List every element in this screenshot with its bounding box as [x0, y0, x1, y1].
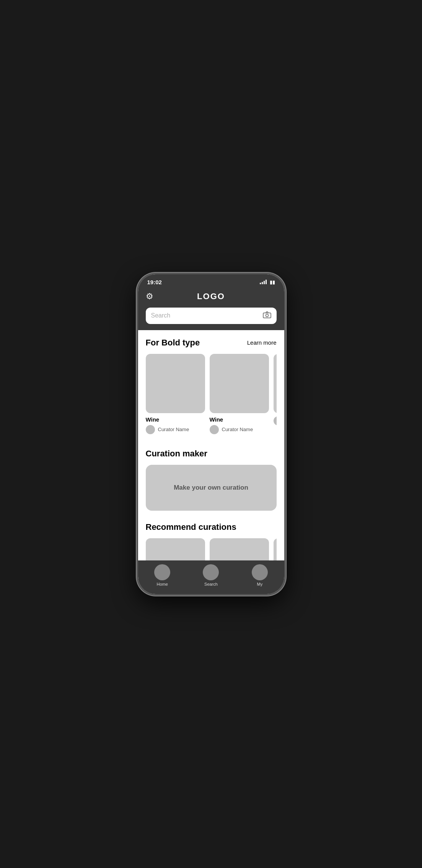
recommend-card-1[interactable] [146, 538, 205, 560]
curator-name-2: Curator Name [222, 427, 253, 432]
card-title-1: Wine [146, 416, 205, 423]
svg-rect-0 [263, 313, 271, 318]
status-time: 19:02 [147, 279, 162, 285]
status-bar: 19:02 ▮▮ [138, 274, 284, 288]
curator-avatar-3 [274, 416, 277, 425]
nav-item-search[interactable]: Search [203, 564, 219, 586]
for-bold-type-section: For Bold type Learn more Wine Curator Na… [138, 330, 284, 441]
nav-item-home[interactable]: Home [154, 564, 170, 586]
curation-maker-card[interactable]: Make your own curation [146, 465, 277, 511]
search-container: Search [138, 308, 284, 330]
gear-icon[interactable]: ⚙ [146, 292, 153, 301]
signal-bars-icon [260, 280, 267, 284]
recommend-card-2[interactable] [210, 538, 269, 560]
search-nav-icon [203, 564, 219, 580]
card-curator-2: Curator Name [210, 425, 269, 434]
recommend-card-3[interactable] [274, 538, 277, 560]
bottom-nav: Home Search My [138, 560, 284, 594]
search-bar[interactable]: Search [146, 308, 277, 324]
search-nav-label: Search [204, 582, 218, 586]
home-nav-label: Home [156, 582, 168, 586]
bold-type-card-2[interactable]: Wine Curator Name [210, 354, 269, 434]
for-bold-type-title: For Bold type [146, 338, 200, 348]
card-image-3 [274, 354, 277, 413]
bold-type-cards-scroll: Wine Curator Name Wine Curator Name [146, 354, 277, 437]
status-icons: ▮▮ [260, 279, 275, 285]
curator-name-1: Curator Name [158, 427, 189, 432]
curation-maker-section: Curation maker Make your own curation [138, 441, 284, 515]
header: ⚙ LOGO [138, 288, 284, 308]
section-header-bold: For Bold type Learn more [146, 338, 277, 348]
recommend-curations-section: Recommend curations [138, 515, 284, 560]
curator-avatar-1 [146, 425, 155, 434]
learn-more-link[interactable]: Learn more [247, 339, 277, 346]
main-content: For Bold type Learn more Wine Curator Na… [138, 330, 284, 560]
card-curator-3 [274, 416, 277, 425]
bold-type-card-3[interactable] [274, 354, 277, 434]
search-input[interactable]: Search [151, 312, 260, 319]
camera-icon[interactable] [263, 311, 271, 320]
app-logo: LOGO [197, 292, 225, 301]
phone-frame: 19:02 ▮▮ ⚙ LOGO Search [137, 273, 286, 596]
home-nav-icon [154, 564, 170, 580]
card-image-2 [210, 354, 269, 413]
svg-point-1 [266, 314, 268, 317]
card-image-1 [146, 354, 205, 413]
phone-inner: 19:02 ▮▮ ⚙ LOGO Search [138, 274, 284, 594]
battery-icon: ▮▮ [270, 279, 275, 285]
card-curator-1: Curator Name [146, 425, 205, 434]
nav-item-my[interactable]: My [252, 564, 268, 586]
curation-maker-cta: Make your own curation [174, 484, 248, 492]
card-title-2: Wine [210, 416, 269, 423]
recommend-curations-title: Recommend curations [146, 522, 277, 532]
my-nav-label: My [257, 582, 262, 586]
recommend-cards-scroll [146, 538, 277, 560]
curator-avatar-2 [210, 425, 219, 434]
bold-type-card-1[interactable]: Wine Curator Name [146, 354, 205, 434]
my-nav-icon [252, 564, 268, 580]
curation-maker-title: Curation maker [146, 449, 277, 459]
